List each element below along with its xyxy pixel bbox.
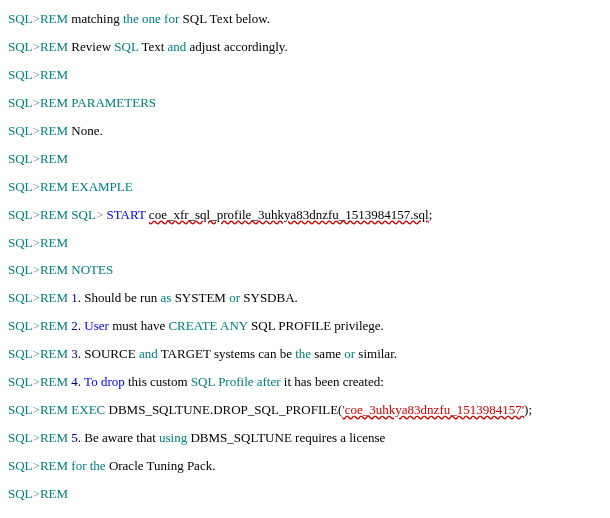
code-line: SQL>REM EXEC DBMS_SQLTUNE.DROP_SQL_PROFI… [8, 396, 602, 424]
code-line: SQL>REM SQL> START coe_xfr_sql_profile_3… [8, 201, 602, 229]
code-line: SQL>REM EXAMPLE [8, 173, 602, 201]
code-line: SQL>REM [8, 229, 602, 257]
code-line: SQL>REM 3. SOURCE and TARGET systems can… [8, 340, 602, 368]
code-line: SQL>REM matching the one for SQL Text be… [8, 5, 602, 33]
code-line: SQL>REM Review SQL Text and adjust accor… [8, 33, 602, 61]
code-line: SQL>REM 2. User must have CREATE ANY SQL… [8, 312, 602, 340]
code-line: SQL>REM [8, 145, 602, 173]
code-line: SQL>WHENEVER SQLERROR EXIT SQL.SQLCODE; [8, 508, 602, 518]
code-line: SQL>REM for the Oracle Tuning Pack. [8, 452, 602, 480]
code-line: SQL>REM 1. Should be run as SYSTEM or SY… [8, 284, 602, 312]
code-line: SQL>REM 5. Be aware that using DBMS_SQLT… [8, 424, 602, 452]
code-line: SQL>REM None. [8, 117, 602, 145]
code-line: SQL>REM [8, 480, 602, 508]
code-line: SQL>REM 4. To drop this custom SQL Profi… [8, 368, 602, 396]
code-line: SQL>REM PARAMETERS [8, 89, 602, 117]
code-line: SQL>REM [8, 61, 602, 89]
code-line: SQL>REM NOTES [8, 256, 602, 284]
